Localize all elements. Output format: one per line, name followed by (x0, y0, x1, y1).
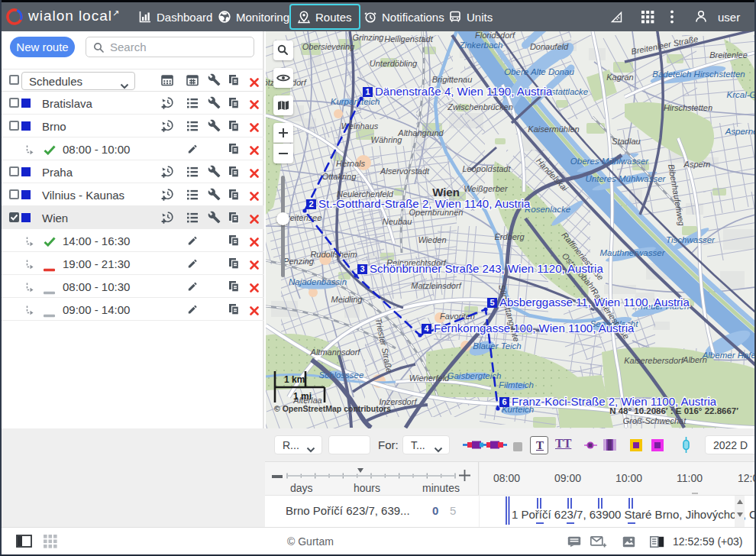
svg-text:Zinkerbach: Zinkerbach (459, 40, 503, 50)
svg-text:Badeteich Hirschstetten: Badeteich Hirschstetten (652, 70, 745, 79)
svg-text:Grinzing: Grinzing (353, 33, 385, 42)
svg-text:Hernals: Hernals (336, 159, 365, 168)
svg-text:Brigittenau: Brigittenau (432, 75, 473, 84)
svg-text:Dänenstraße 4, Wien 1190, Aust: Dänenstraße 4, Wien 1190, Austria (375, 85, 553, 98)
svg-text:Zwischenbrücken: Zwischenbrücken (447, 102, 513, 112)
svg-text:1 mi: 1 mi (293, 391, 312, 402)
svg-text:Kaiserebersdorf: Kaiserebersdorf (624, 356, 684, 365)
svg-text:Oberes Mühlwasser: Oberes Mühlwasser (570, 157, 649, 166)
svg-text:Alservorstadt: Alservorstadt (380, 166, 430, 176)
svg-text:Matzleinsdorf: Matzleinsdorf (411, 281, 461, 290)
svg-text:Unteres Mühlwasser: Unteres Mühlwasser (586, 174, 667, 183)
svg-text:Filmteich: Filmteich (499, 380, 534, 390)
svg-text:Gaisbergteich: Gaisbergteich (447, 371, 502, 380)
svg-text:Weißgerber: Weißgerber (464, 184, 509, 193)
svg-text:2: 2 (309, 199, 313, 208)
svg-text:Blauer Teich: Blauer Teich (473, 341, 522, 351)
svg-text:Tischwasser: Tischwasser (666, 235, 716, 244)
svg-text:Krcal-Gr: Krcal-Gr (727, 90, 754, 99)
svg-text:Meidling: Meidling (331, 295, 363, 304)
svg-text:Schönbrunner Straße 243, Wien: Schönbrunner Straße 243, Wien 1120, Aust… (370, 262, 603, 275)
svg-text:Floridsdorf: Floridsdorf (475, 31, 515, 40)
svg-text:Obersievering: Obersievering (302, 42, 355, 51)
svg-text:Hirschstetten: Hirschstetten (664, 103, 712, 112)
svg-text:St.-Gotthard-Straße 2, Wien 11: St.-Gotthard-Straße 2, Wien 1140, Austri… (318, 197, 531, 210)
svg-text:Währing: Währing (371, 135, 403, 144)
svg-text:Breitenlee: Breitenlee (709, 50, 748, 60)
svg-text:Wienerfeld: Wienerfeld (409, 373, 450, 383)
svg-text:Fernkorngasse 100, Wien 1100,: Fernkorngasse 100, Wien 1100, Austria (434, 322, 635, 335)
svg-text:Albemer Hafen: Albemer Hafen (702, 351, 754, 360)
svg-text:Ottakring: Ottakring (322, 172, 357, 181)
svg-text:Najadenbassin: Najadenbassin (289, 277, 347, 286)
svg-text:Donaufeld: Donaufeld (530, 42, 569, 51)
svg-text:1: 1 (365, 87, 370, 96)
svg-text:1 km: 1 km (284, 374, 305, 385)
svg-text:Groß-Schwechat: Groß-Schwechat (623, 416, 687, 425)
svg-text:6: 6 (502, 397, 506, 406)
svg-text:Asperner: Asperner (725, 127, 754, 136)
svg-text:Leopoldstadt: Leopoldstadt (463, 164, 512, 173)
svg-text:Rosenlacke: Rosenlacke (525, 205, 570, 214)
svg-text:Stadlau: Stadlau (612, 137, 640, 146)
svg-text:Erdberg: Erdberg (494, 232, 525, 241)
svg-text:Mauthnerwasser: Mauthnerwasser (599, 248, 665, 257)
svg-text:3: 3 (360, 264, 364, 273)
svg-text:Neubau: Neubau (383, 217, 412, 226)
svg-text:Obere Alte Donau: Obere Alte Donau (504, 67, 574, 76)
svg-text:5: 5 (489, 298, 494, 307)
svg-text:Wieden: Wieden (418, 235, 446, 244)
svg-text:Rudolfsheim: Rudolfsheim (310, 250, 357, 259)
svg-text:Altmannsdorf: Altmannsdorf (310, 348, 361, 357)
svg-text:4: 4 (424, 324, 429, 333)
svg-text:Kurparkteich: Kurparkteich (331, 97, 380, 106)
svg-text:Kagran: Kagran (606, 73, 633, 82)
svg-text:Heiligenstadt: Heiligenstadt (384, 34, 434, 44)
svg-text:Absberggasse 11, Wien 1100, Au: Absberggasse 11, Wien 1100, Austria (499, 296, 690, 309)
svg-text:Althangrund: Althangrund (397, 128, 444, 137)
svg-text:Kaisermühlen: Kaisermühlen (528, 124, 579, 134)
svg-text:Aspern: Aspern (683, 160, 711, 169)
svg-text:Unterdöbling: Unterdöbling (370, 59, 418, 68)
